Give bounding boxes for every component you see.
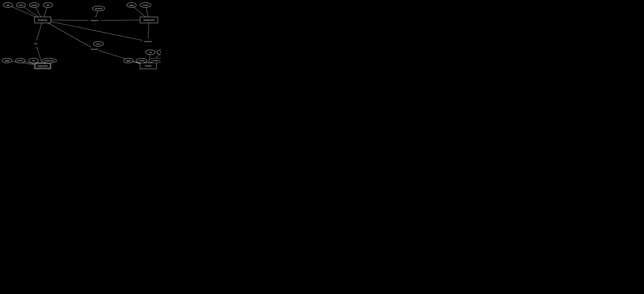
attr-ssn: ssn (3, 3, 13, 8)
rel-oversees: Oversees (141, 38, 154, 45)
rel-worksfor: WorksFor (88, 17, 102, 24)
entity-department: Department (140, 17, 158, 23)
attr-dob: dob (43, 3, 53, 8)
attr-city: city (146, 50, 155, 55)
rel-workson: WorksOn (88, 46, 101, 53)
attr-state: state (157, 50, 161, 55)
attr-relationship: relationship (42, 58, 57, 63)
er-diagram: EmployeeDepartmentDependentProjectssnnam… (0, 0, 161, 74)
entity-dependent: Dependent (34, 63, 51, 69)
rel-has: Has (29, 40, 42, 47)
attr-location: ( location ) (149, 58, 161, 63)
attr-gender: gender (29, 3, 39, 8)
attr-proj_name: name (124, 58, 133, 63)
attr-proj_number: number (136, 58, 147, 63)
svg-line-10 (43, 20, 94, 49)
attr-emp_name: name (16, 3, 26, 8)
attr-dep_dname: name (2, 58, 12, 63)
entity-project: Project (140, 63, 157, 69)
attr-dep_dob: dob (29, 58, 38, 63)
attr-dep_number: number (140, 3, 151, 8)
entity-employee: Employee (34, 17, 51, 23)
attr-startdate: startDate (92, 6, 105, 11)
attr-dep_gender: gender (16, 58, 25, 63)
attr-dep_name: name (126, 3, 136, 8)
